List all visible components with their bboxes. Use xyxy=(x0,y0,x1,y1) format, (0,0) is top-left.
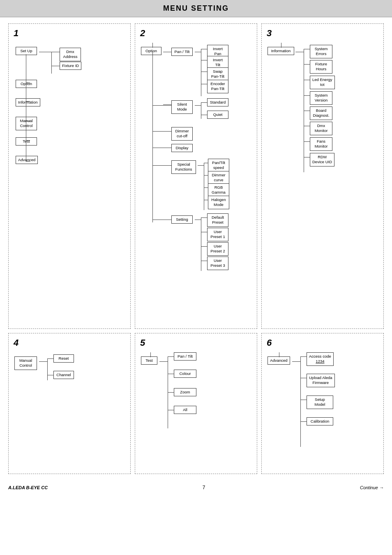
panel-5-diagram: Test Pan / Tilt Colour Zoom All xyxy=(140,352,252,455)
box-all: All xyxy=(174,406,196,414)
line-test-h xyxy=(26,140,30,141)
box-p2-option: Option xyxy=(141,47,161,55)
line-access xyxy=(300,356,307,357)
panel-6: 6 Advanced Access code1234 Upload AledaF… xyxy=(261,333,384,474)
panel-3: 3 Information SystemErrors FixtureHours … xyxy=(261,23,384,329)
box-upload-aleda: Upload AledaFirmware xyxy=(307,374,335,387)
box-manual-control: ManualControl xyxy=(16,117,37,130)
panel-3-number: 3 xyxy=(267,28,378,39)
line-up3 xyxy=(201,261,207,261)
panel-5: 5 Test Pan / Tilt Colour Zoom All xyxy=(135,333,257,474)
box-fans-monitor: FansMonitor xyxy=(310,137,332,151)
line-sf-v xyxy=(204,163,204,210)
box-user-preset-2: UserPreset 2 xyxy=(207,242,228,256)
box-halogen-mode: HalogenMode xyxy=(208,196,229,209)
panel-grid: 1 Set Up DmxAddress Fixture ID Option xyxy=(8,23,384,474)
line-p5-top xyxy=(150,352,151,357)
box-fixture-id: Fixture ID xyxy=(60,62,81,70)
main-content: 1 Set Up DmxAddress Fixture ID Option xyxy=(0,17,392,480)
line-quiet xyxy=(201,115,207,115)
line-setting-right xyxy=(195,220,201,220)
box-swap: SwapPan-Tilt xyxy=(207,67,228,81)
box-silent: SilentMode xyxy=(171,100,193,114)
box-user-preset-3: UserPreset 3 xyxy=(207,257,228,270)
box-display: Display xyxy=(171,144,193,152)
box-rgb-gamma: RGBGamma xyxy=(208,183,229,197)
line-bd xyxy=(304,111,310,111)
line-p5-right xyxy=(159,361,168,362)
line-reset xyxy=(47,358,53,359)
line-p5-all xyxy=(168,410,174,410)
line-se xyxy=(304,49,310,49)
line-p2-top xyxy=(152,43,153,48)
box-system-errors: SystemErrors xyxy=(310,45,332,58)
footer-page-number: 7 xyxy=(203,485,205,490)
line-up1 xyxy=(201,232,207,232)
line-p6-top xyxy=(279,352,279,357)
line-sv xyxy=(304,95,310,96)
line-setup-model xyxy=(300,400,307,400)
line-rdm xyxy=(304,157,310,157)
line-swap xyxy=(201,72,207,72)
line-p4-v xyxy=(47,358,48,380)
box-channel: Channel xyxy=(53,371,74,379)
line-p2-dimmer-connect xyxy=(152,131,171,132)
line-p2-display-connect xyxy=(152,148,171,148)
line-p3-top xyxy=(281,43,281,48)
line-info-right xyxy=(295,52,304,52)
line-rgb xyxy=(204,187,208,188)
line-p6-right xyxy=(292,361,300,362)
line-let xyxy=(304,80,310,80)
line-sm-right xyxy=(195,105,201,106)
page-footer: A.LEDA B-EYE CC 7 Continue → xyxy=(0,482,392,493)
line-fixture xyxy=(51,66,60,66)
line-dm xyxy=(304,126,310,126)
panel-2-number: 2 xyxy=(140,28,252,39)
box-p2-pantilt: Pan / Tilt xyxy=(171,48,193,56)
box-p4-manual-control: ManualControl xyxy=(14,356,37,370)
line-opt-pantilt xyxy=(163,52,171,52)
box-test: Test xyxy=(16,137,37,146)
line-dp xyxy=(201,217,207,218)
line-upload xyxy=(300,378,307,378)
line-p2-setting-connect xyxy=(152,220,171,220)
panel-2: 2 Option Pan / Tilt InvertPan InvertTilt xyxy=(135,23,257,329)
line-p2-sf-connect xyxy=(152,165,171,166)
panel-4: 4 ManualControl Reset Channel xyxy=(8,333,131,474)
line-silent xyxy=(163,104,171,105)
panel-3-diagram: Information SystemErrors FixtureHours Le… xyxy=(267,43,378,215)
box-board-diagnost: BoardDiagnost. xyxy=(310,106,332,120)
line-opt-h xyxy=(26,83,30,83)
box-setting: Setting xyxy=(171,215,193,224)
box-dmx-monitor: DmxMonitor xyxy=(310,122,332,135)
line-dmx xyxy=(51,52,60,52)
box-zoom: Zoom xyxy=(174,388,196,396)
box-special-functions: SpecialFunctions xyxy=(171,160,196,174)
line-fh xyxy=(304,64,310,65)
line-pt-v xyxy=(201,49,201,96)
line-sm-v xyxy=(201,102,201,119)
line-info-h xyxy=(26,101,30,102)
line-pt-right xyxy=(195,52,201,52)
box-dimmer-curve: Dimmercurve xyxy=(208,171,229,185)
line-standard xyxy=(201,102,207,103)
line-calibration xyxy=(300,421,307,422)
box-access-code: Access code1234 xyxy=(307,352,334,366)
box-quiet: Quiet xyxy=(207,111,228,119)
line-encoder xyxy=(201,84,207,84)
line-halogen xyxy=(204,200,208,200)
line-fm xyxy=(304,141,310,142)
line-p5-pantilt xyxy=(168,356,174,357)
box-setup-model: SetupModel xyxy=(307,395,333,409)
line-p6-v xyxy=(300,356,301,447)
line-pts xyxy=(204,163,208,163)
box-p6-advanced: Advanced xyxy=(267,356,290,365)
panel-4-diagram: ManualControl Reset Channel xyxy=(14,352,125,455)
box-fixture-hours: FixtureHours xyxy=(310,60,332,74)
panel-6-number: 6 xyxy=(267,338,378,348)
footer-brand: A.LEDA B-EYE CC xyxy=(8,485,48,490)
panel-5-number: 5 xyxy=(140,338,252,348)
line-sf-right xyxy=(198,165,204,166)
panel-2-diagram: Option Pan / Tilt InvertPan InvertTilt S… xyxy=(140,43,252,322)
line-p2-left-v xyxy=(152,52,153,222)
